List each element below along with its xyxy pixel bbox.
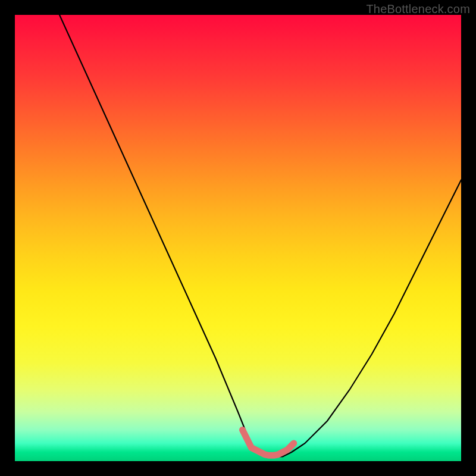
curve-layer	[15, 15, 461, 461]
watermark-text: TheBottleneck.com	[366, 2, 470, 16]
plot-area	[15, 15, 461, 461]
chart-frame: TheBottleneck.com	[0, 0, 476, 476]
bottleneck-curve	[60, 15, 461, 457]
trough-marker	[243, 430, 294, 456]
